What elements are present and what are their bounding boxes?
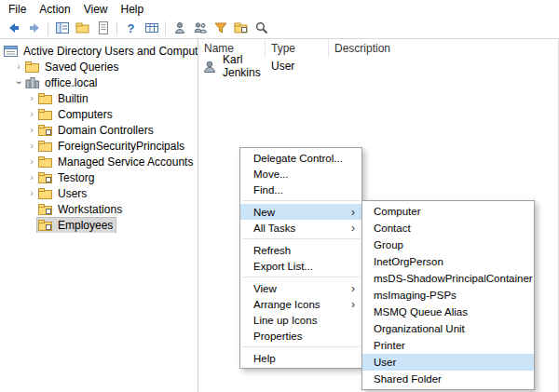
submenu-item-user[interactable]: User: [362, 354, 534, 371]
column-header-description[interactable]: Description: [329, 39, 558, 58]
tree-item-users[interactable]: › Users: [0, 185, 198, 201]
folder-icon: [25, 61, 39, 73]
list-item-karl-jenkins[interactable]: Karl Jenkins User: [198, 58, 558, 74]
tree-item-testorg[interactable]: › Testorg: [0, 169, 198, 185]
tree-item-label: Builtin: [55, 91, 91, 106]
user-icon: [203, 61, 216, 73]
context-menu-item-export-list[interactable]: Export List...: [240, 258, 361, 274]
submenu-item-msmq-queue-alias[interactable]: MSMQ Queue Alias: [362, 304, 534, 320]
submenu-item-printer[interactable]: Printer: [362, 337, 534, 354]
toolbar: ?: [0, 18, 559, 39]
ou-icon: [38, 204, 52, 215]
tree-item-employees[interactable]: › Employees: [0, 217, 198, 233]
context-menu-item-move[interactable]: Move...: [240, 166, 361, 182]
chevron-right-icon[interactable]: ›: [26, 156, 37, 167]
tree-item-label: Employees: [55, 218, 116, 233]
properties-icon[interactable]: [93, 19, 113, 37]
menu-help[interactable]: Help: [115, 1, 151, 18]
help-icon[interactable]: ?: [121, 19, 141, 37]
tree-item-managed-service-accounts[interactable]: › Managed Service Accounts: [0, 154, 198, 169]
folder-icon: [38, 156, 52, 168]
create-group-icon[interactable]: [190, 19, 210, 37]
submenu-item-contact[interactable]: Contact: [362, 220, 534, 237]
tree-item-computers[interactable]: › Computers: [0, 106, 198, 122]
context-menu-item-view[interactable]: View›: [240, 280, 361, 296]
menu-separator: [242, 200, 360, 201]
context-menu-item-all-tasks[interactable]: All Tasks›: [240, 220, 361, 236]
chevron-right-icon[interactable]: ›: [26, 188, 37, 198]
console-tree-pane: Active Directory Users and Computers [Id…: [0, 39, 198, 392]
export-list-icon[interactable]: [142, 19, 161, 37]
submenu-item-msds-shadowprincipalcontainer[interactable]: msDS-ShadowPrincipalContainer: [362, 270, 534, 287]
context-menu-item-help[interactable]: Help: [240, 350, 361, 366]
tree-item-workstations[interactable]: › Workstations: [0, 201, 198, 217]
menu-separator: [242, 346, 360, 347]
column-header-type[interactable]: Type: [266, 39, 329, 58]
context-menu-item-find[interactable]: Find...: [240, 182, 361, 197]
folder-icon: [38, 188, 52, 199]
tree-item-label: Users: [55, 186, 89, 201]
chevron-right-icon[interactable]: ›: [26, 141, 37, 151]
chevron-right-icon[interactable]: ›: [26, 172, 37, 182]
toolbar-separator: [116, 21, 117, 35]
up-one-level-icon[interactable]: [73, 19, 92, 37]
context-menu-item-line-up-icons[interactable]: Line up Icons: [240, 312, 361, 328]
tree-item-label: Active Directory Users and Computers [Id…: [20, 44, 198, 59]
menu-view[interactable]: View: [77, 1, 115, 18]
back-icon[interactable]: [4, 19, 23, 37]
toolbar-separator: [48, 21, 48, 35]
filter-icon[interactable]: [211, 19, 230, 37]
submenu-arrow-icon: ›: [351, 206, 355, 219]
show-console-tree-icon[interactable]: [52, 19, 72, 37]
tree-item-label: Computers: [55, 107, 116, 122]
menu-file[interactable]: File: [2, 1, 33, 18]
chevron-right-icon[interactable]: ›: [26, 93, 37, 103]
context-menu-item-arrange-icons[interactable]: Arrange Icons›: [240, 296, 361, 312]
context-menu-item-properties[interactable]: Properties: [240, 328, 361, 344]
chevron-right-icon[interactable]: ›: [13, 61, 24, 72]
menu-action[interactable]: Action: [33, 1, 76, 18]
find-icon[interactable]: [252, 19, 271, 37]
submenu-item-inetorgperson[interactable]: InetOrgPerson: [362, 253, 534, 270]
submenu-item-shared-folder[interactable]: Shared Folder: [362, 371, 534, 387]
tree-item-builtin[interactable]: › Builtin: [0, 90, 198, 106]
submenu-item-group[interactable]: Group: [362, 237, 534, 253]
folder-icon: [38, 109, 52, 120]
tree-item-label: Managed Service Accounts: [55, 155, 196, 169]
new-submenu: Computer Contact Group InetOrgPerson msD…: [361, 200, 535, 390]
context-menu-item-delegate-control[interactable]: Delegate Control...: [240, 150, 361, 166]
ou-icon: [38, 220, 52, 231]
tree-item-label: Testorg: [55, 170, 97, 185]
tree-item-office-local[interactable]: › office.local: [0, 74, 198, 90]
ou-icon: [38, 172, 52, 183]
folder-icon: [38, 93, 52, 104]
forward-icon[interactable]: [24, 19, 44, 37]
toolbar-separator: [165, 21, 166, 35]
tree-item-foreignsecurityprincipals[interactable]: › ForeignSecurityPrincipals: [0, 138, 198, 154]
create-user-icon[interactable]: [170, 19, 189, 37]
ou-icon: [38, 125, 52, 136]
submenu-item-msimaging-psps[interactable]: msImaging-PSPs: [362, 287, 534, 304]
context-menu: Delegate Control... Move... Find... New›…: [239, 147, 362, 369]
menu-bar: File Action View Help: [0, 0, 559, 18]
tree-item-label: Saved Queries: [42, 60, 121, 74]
selected-tree-item: Employees: [37, 218, 116, 233]
tree-item-domain-controllers[interactable]: › Domain Controllers: [0, 122, 198, 138]
submenu-item-organizational-unit[interactable]: Organizational Unit: [362, 320, 534, 337]
tree-item-label: Domain Controllers: [55, 123, 157, 138]
submenu-item-computer[interactable]: Computer: [362, 203, 534, 220]
chevron-down-icon[interactable]: ›: [14, 77, 24, 88]
question-mark-glyph: ?: [128, 22, 135, 34]
chevron-right-icon[interactable]: ›: [26, 125, 37, 135]
tree-item-aduc-root[interactable]: Active Directory Users and Computers [Id…: [0, 43, 198, 59]
tree-item-label: office.local: [42, 75, 100, 90]
context-menu-item-refresh[interactable]: Refresh: [240, 242, 361, 258]
tree-item-saved-queries[interactable]: › Saved Queries: [0, 59, 198, 74]
domain-icon: [25, 77, 39, 88]
create-ou-icon[interactable]: [231, 19, 251, 37]
tree-item-label: Workstations: [55, 202, 125, 217]
chevron-right-icon[interactable]: ›: [26, 109, 37, 119]
context-menu-item-new[interactable]: New›: [240, 204, 361, 220]
list-item-type: User: [266, 60, 329, 73]
menu-separator: [242, 238, 360, 239]
